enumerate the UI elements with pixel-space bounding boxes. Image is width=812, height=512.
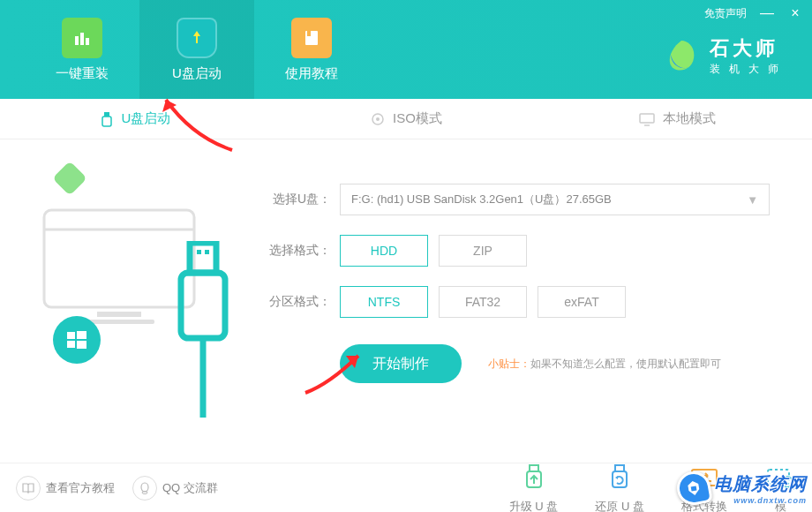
nav-tab-tutorial[interactable]: 使用教程: [254, 0, 369, 99]
nav-tab-usb-boot[interactable]: U盘启动: [139, 0, 254, 99]
book-icon: [16, 476, 41, 501]
svg-rect-18: [181, 273, 225, 338]
sub-tab-local[interactable]: 本地模式: [541, 99, 812, 139]
usb-select-value: F:G: (hd1) USB SanDisk 3.2Gen1（U盘）27.65G…: [351, 192, 612, 207]
svg-rect-15: [190, 243, 216, 273]
action-label: 升级 U 盘: [509, 499, 559, 513]
svg-rect-29: [613, 471, 627, 487]
link-label: 查看官方教程: [46, 480, 115, 496]
svg-rect-26: [530, 465, 538, 471]
nav-label: 一键重装: [56, 65, 109, 82]
svg-rect-21: [77, 331, 86, 339]
tip-text: 小贴士：如果不知道怎么配置，使用默认配置即可: [488, 357, 721, 372]
logo-subtitle: 装机大师: [710, 62, 787, 77]
upgrade-usb-button[interactable]: 升级 U 盘: [509, 462, 559, 513]
monitor-icon: [638, 112, 656, 126]
disc-icon: [370, 112, 386, 126]
bottom-bar: 查看官方教程 QQ 交流群 升级 U 盘 还原 U 盘 格式转换: [0, 463, 812, 512]
svg-rect-20: [67, 332, 75, 339]
label-select-usb: 选择U盘：: [265, 192, 340, 207]
simulate-icon: [764, 462, 796, 493]
nav-label: 使用教程: [285, 65, 338, 82]
svg-rect-1: [80, 33, 84, 45]
header: 免责声明 — × 一键重装 U盘启动 使用教程 石大师: [0, 0, 812, 99]
logo-title: 石大师: [710, 35, 787, 62]
qq-icon: [132, 476, 157, 501]
usb-select[interactable]: F:G: (hd1) USB SanDisk 3.2Gen1（U盘）27.65G…: [340, 184, 770, 215]
sub-tab-label: U盘启动: [121, 110, 170, 127]
svg-rect-17: [205, 250, 209, 254]
decor-diamond: [52, 161, 87, 196]
logo-icon: [662, 37, 701, 76]
action-label: 还原 U 盘: [595, 499, 644, 513]
usb-icon: [100, 111, 114, 127]
official-tutorial-link[interactable]: 查看官方教程: [16, 476, 115, 501]
svg-rect-2: [86, 38, 89, 45]
book-icon: [291, 18, 332, 58]
svg-rect-30: [692, 470, 717, 486]
upgrade-icon: [518, 462, 550, 493]
sub-tab-label: ISO模式: [393, 110, 442, 127]
illustration: [0, 139, 265, 464]
windows-badge: [53, 316, 101, 364]
form-area: 选择U盘： F:G: (hd1) USB SanDisk 3.2Gen1（U盘）…: [265, 139, 812, 464]
window-controls: 免责声明 — ×: [704, 5, 803, 21]
svg-rect-0: [75, 36, 79, 45]
svg-line-33: [791, 486, 794, 489]
main-content: 选择U盘： F:G: (hd1) USB SanDisk 3.2Gen1（U盘）…: [0, 139, 812, 464]
nav-tabs: 一键重装 U盘启动 使用教程: [0, 0, 369, 99]
disclaimer-link[interactable]: 免责声明: [704, 6, 747, 21]
restore-icon: [604, 462, 635, 493]
svg-point-8: [376, 117, 380, 121]
svg-rect-16: [197, 250, 201, 254]
close-button[interactable]: ×: [787, 5, 803, 21]
partition-ntfs-button[interactable]: NTFS: [340, 286, 428, 318]
svg-point-24: [141, 483, 148, 492]
shield-icon: [177, 18, 217, 58]
sub-tab-iso[interactable]: ISO模式: [271, 99, 542, 139]
chevron-down-icon: ▼: [747, 193, 758, 207]
partition-fat32-button[interactable]: FAT32: [439, 286, 527, 318]
nav-label: U盘启动: [172, 65, 222, 82]
qq-group-link[interactable]: QQ 交流群: [132, 476, 218, 501]
minimize-button[interactable]: —: [759, 5, 775, 21]
tip-label: 小贴士：: [488, 358, 530, 370]
format-hdd-button[interactable]: HDD: [340, 235, 428, 267]
bar-chart-icon: [62, 18, 102, 58]
action-label: 格式转换: [681, 499, 727, 513]
convert-icon: [688, 462, 720, 493]
windows-icon: [64, 328, 89, 352]
svg-rect-4: [307, 29, 311, 36]
link-label: QQ 交流群: [162, 480, 218, 496]
svg-rect-9: [640, 114, 654, 123]
nav-tab-reinstall[interactable]: 一键重装: [25, 0, 139, 99]
svg-rect-13: [97, 312, 141, 317]
simulate-button[interactable]: 模: [764, 462, 796, 513]
sub-tabs: U盘启动 ISO模式 本地模式: [0, 99, 812, 139]
label-format: 选择格式：: [265, 243, 340, 259]
action-label: 模: [775, 499, 786, 513]
format-zip-button[interactable]: ZIP: [439, 235, 527, 267]
start-create-button[interactable]: 开始制作: [340, 344, 462, 383]
svg-rect-6: [102, 117, 111, 126]
usb-illustration: [172, 241, 234, 418]
restore-usb-button[interactable]: 还原 U 盘: [595, 462, 644, 513]
label-partition: 分区格式：: [265, 294, 340, 310]
convert-format-button[interactable]: 格式转换: [681, 462, 727, 513]
svg-rect-23: [77, 341, 86, 349]
partition-exfat-button[interactable]: exFAT: [538, 286, 626, 318]
sub-tab-usb[interactable]: U盘启动: [0, 99, 271, 139]
logo: 石大师 装机大师: [662, 35, 787, 77]
svg-point-25: [142, 491, 147, 493]
svg-rect-22: [67, 341, 75, 348]
sub-tab-label: 本地模式: [663, 110, 716, 127]
svg-rect-28: [615, 465, 624, 471]
